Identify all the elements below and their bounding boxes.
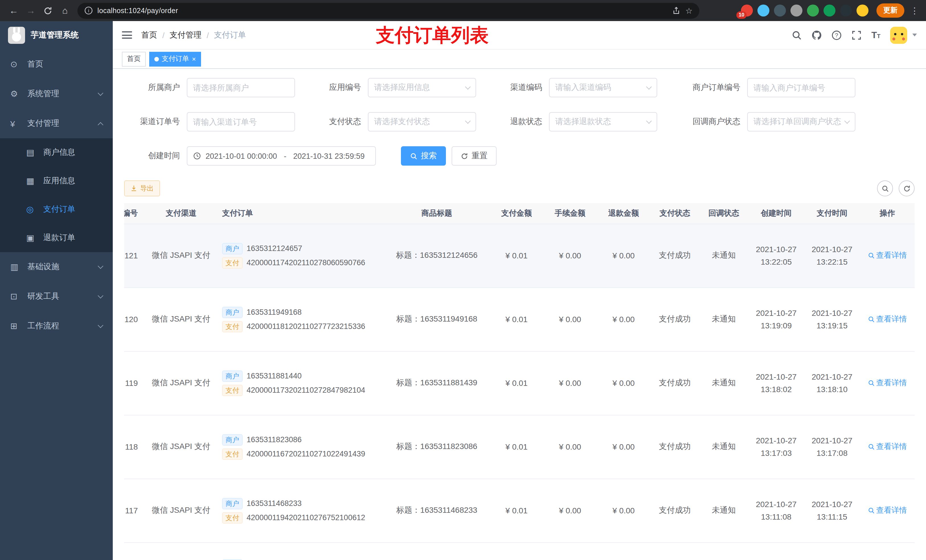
sidebar-toggle-icon[interactable] bbox=[122, 31, 132, 39]
cell-empty bbox=[490, 542, 543, 560]
reload-button[interactable] bbox=[40, 3, 56, 18]
cell-notify: 未通知 bbox=[699, 287, 748, 351]
cell-pay-time: 2021-10-2713:18:10 bbox=[804, 351, 860, 415]
breadcrumb-item[interactable]: 首页 bbox=[141, 30, 157, 40]
pay-no: 4200001174202110278060590766 bbox=[247, 258, 365, 267]
back-button[interactable]: ← bbox=[6, 3, 22, 18]
view-detail-link[interactable]: 查看详情 bbox=[868, 506, 907, 516]
tag-1[interactable]: 支付订单× bbox=[149, 51, 201, 66]
extension-icon-7[interactable] bbox=[840, 5, 852, 17]
search-button[interactable]: 搜索 bbox=[401, 146, 446, 166]
table-row: 119微信 JSAPI 支付商户1635311881440支付420000117… bbox=[124, 351, 915, 415]
cell-create-time: 2021-10-2713:17:03 bbox=[748, 415, 804, 478]
filter-field: 所属商户 bbox=[124, 78, 295, 97]
cell-empty bbox=[145, 542, 218, 560]
field-label: 创建时间 bbox=[124, 151, 187, 161]
breadcrumb-item[interactable]: 支付管理 bbox=[170, 30, 201, 40]
select-placeholder: 请选择支付状态 bbox=[374, 117, 462, 127]
sidebar-subitem-2-0[interactable]: ▤商户信息 bbox=[0, 138, 113, 167]
filter-input[interactable] bbox=[754, 83, 849, 92]
filter-input[interactable] bbox=[193, 83, 289, 92]
export-button[interactable]: 导出 bbox=[124, 180, 160, 196]
main-area: 首页/支付管理/支付订单 支付订单列表 ? TT 首页支付订单× 所属商户应用编… bbox=[113, 21, 926, 560]
extension-icon-3[interactable] bbox=[774, 5, 786, 17]
sidebar-item-5[interactable]: ⊞工作流程 bbox=[0, 311, 113, 341]
filter-select[interactable]: 请输入渠道编码 bbox=[549, 78, 657, 97]
cell-create-time: 2021-10-2713:22:05 bbox=[748, 223, 804, 287]
sidebar-subitem-2-3[interactable]: ▣退款订单 bbox=[0, 223, 113, 252]
filter-select[interactable]: 请选择应用信息 bbox=[368, 78, 476, 97]
extension-icon-4[interactable] bbox=[790, 5, 802, 17]
help-icon[interactable]: ? bbox=[831, 30, 842, 40]
refresh-table-button[interactable] bbox=[899, 180, 915, 196]
select-placeholder: 请选择应用信息 bbox=[374, 83, 462, 93]
browser-menu-icon[interactable]: ⋮ bbox=[909, 5, 920, 16]
workflow-icon: ⊞ bbox=[10, 321, 24, 331]
sidebar-item-1[interactable]: ⚙系统管理 bbox=[0, 79, 113, 109]
extension-icon-1[interactable]: 10 bbox=[741, 5, 753, 17]
merchant-tag: 商户 bbox=[222, 306, 243, 318]
tag-close-icon[interactable]: × bbox=[192, 56, 196, 62]
sidebar-subitem-2-1[interactable]: ▦应用信息 bbox=[0, 167, 113, 195]
date-line: 2021-10-27 bbox=[809, 498, 855, 510]
reset-button[interactable]: 重置 bbox=[452, 146, 496, 166]
avatar-dropdown-icon[interactable] bbox=[912, 33, 917, 36]
github-icon[interactable] bbox=[811, 30, 822, 40]
extension-icon-6[interactable] bbox=[823, 5, 835, 17]
view-detail-link[interactable]: 查看详情 bbox=[868, 251, 907, 261]
cell-action: 查看详情 bbox=[860, 415, 915, 478]
sidebar-subitem-2-2[interactable]: ◎支付订单 bbox=[0, 195, 113, 223]
column-header-6: 退款金额 bbox=[597, 203, 651, 223]
view-detail-link[interactable]: 查看详情 bbox=[868, 314, 907, 325]
svg-text:?: ? bbox=[835, 32, 838, 38]
filter-select[interactable]: 请选择退款状态 bbox=[549, 112, 657, 131]
pay-tag: 支付 bbox=[222, 321, 243, 332]
sidebar-item-3[interactable]: ▥基础设施 bbox=[0, 252, 113, 282]
cell-status: 支付成功 bbox=[651, 351, 699, 415]
sidebar-item-0[interactable]: ⊙首页 bbox=[0, 50, 113, 79]
forward-button[interactable]: → bbox=[23, 3, 39, 18]
cell-amount: ¥ 0.01 bbox=[490, 223, 543, 287]
filter-select[interactable]: 请选择支付状态 bbox=[368, 112, 476, 131]
user-avatar[interactable] bbox=[890, 26, 907, 44]
view-detail-link[interactable]: 查看详情 bbox=[868, 378, 907, 388]
view-detail-link[interactable]: 查看详情 bbox=[868, 442, 907, 452]
filter-rows: 所属商户应用编号请选择应用信息渠道编码请输入渠道编码商户订单编号渠道订单号支付状… bbox=[124, 78, 915, 131]
filter-field: 支付状态请选择支付状态 bbox=[311, 112, 476, 131]
tag-0[interactable]: 首页 bbox=[122, 51, 146, 66]
sidebar-item-2[interactable]: ¥支付管理 bbox=[0, 109, 113, 138]
url-bar[interactable]: i localhost:1024/pay/order ☆ bbox=[77, 3, 699, 18]
toggle-search-button[interactable] bbox=[877, 180, 893, 196]
select-placeholder: 请选择订单回调商户状态 bbox=[754, 117, 842, 127]
app-logo[interactable]: 芋道管理系统 bbox=[0, 21, 113, 50]
search-icon[interactable] bbox=[791, 30, 802, 40]
select-placeholder: 请选择退款状态 bbox=[555, 117, 643, 127]
sidebar-item-label: 系统管理 bbox=[27, 89, 59, 99]
extension-icon-2[interactable] bbox=[757, 5, 769, 17]
share-icon[interactable] bbox=[672, 6, 681, 15]
update-label: 更新 bbox=[883, 6, 897, 15]
profile-avatar-icon[interactable] bbox=[856, 5, 869, 17]
filter-select[interactable]: 请选择订单回调商户状态 bbox=[747, 112, 855, 131]
browser-update-button[interactable]: 更新 bbox=[876, 3, 904, 18]
font-size-icon[interactable]: TT bbox=[872, 30, 881, 40]
cell-channel: 微信 JSAPI 支付 bbox=[145, 223, 218, 287]
fullscreen-icon[interactable] bbox=[851, 30, 862, 40]
home-button[interactable]: ⌂ bbox=[57, 3, 73, 18]
sidebar-subitem-label: 退款订单 bbox=[43, 233, 75, 243]
cell-create-time: 2021-10-2713:18:02 bbox=[748, 351, 804, 415]
date-range-input[interactable]: 2021-10-01 00:00:00 - 2021-10-31 23:59:5… bbox=[187, 146, 376, 166]
order-icon: ◎ bbox=[26, 204, 40, 214]
cell-status: 支付成功 bbox=[651, 415, 699, 478]
cell-title: 标题：1635311823086 bbox=[384, 415, 490, 478]
extension-icon-5[interactable] bbox=[807, 5, 819, 17]
export-button-label: 导出 bbox=[140, 184, 154, 193]
filter-input[interactable] bbox=[193, 117, 289, 126]
table-header-row: 编号支付渠道支付订单商品标题支付金额手续金额退款金额支付状态回调状态创建时间支付… bbox=[124, 203, 915, 223]
bookmark-star-icon[interactable]: ☆ bbox=[685, 6, 693, 15]
cell-notify: 未通知 bbox=[699, 478, 748, 542]
pay-tag: 支付 bbox=[222, 512, 243, 523]
cell-title: 标题：1635311468233 bbox=[384, 478, 490, 542]
sidebar-item-4[interactable]: ⊡研发工具 bbox=[0, 282, 113, 311]
cell-create-time: 2021-10-2713:11:08 bbox=[748, 478, 804, 542]
